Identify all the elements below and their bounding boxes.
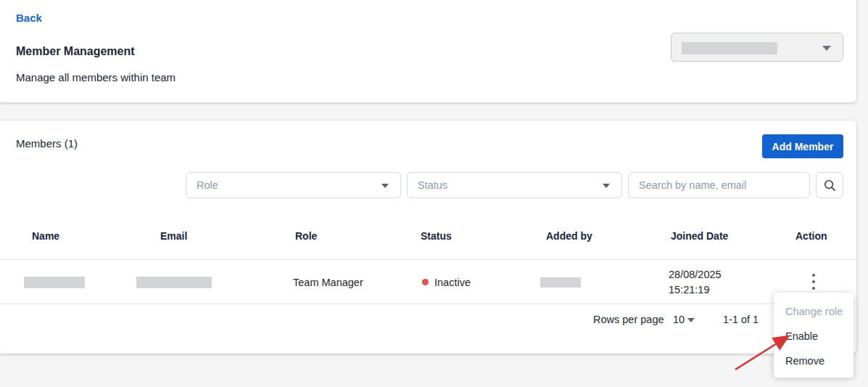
team-select-redacted-value	[682, 42, 777, 54]
menu-item-enable[interactable]: Enable	[785, 330, 818, 342]
search-input[interactable]	[639, 179, 799, 191]
page-header-card: Back Member Management Manage all member…	[0, 0, 856, 102]
chevron-down-icon	[822, 46, 831, 51]
member-joined-date: 28/08/2025	[669, 269, 722, 280]
filter-row: Role Status	[0, 172, 856, 198]
column-header-email: Email	[160, 230, 187, 242]
row-action-menu: Change role Enable Remove	[774, 293, 853, 378]
pagination-bar: Rows per page 10 1-1 of 1	[0, 314, 856, 330]
role-filter-select[interactable]: Role	[186, 172, 401, 198]
pagination-range-label: 1-1 of 1	[723, 314, 759, 325]
members-count-title: Members (1)	[16, 137, 78, 150]
search-icon	[823, 179, 837, 192]
chevron-down-icon	[603, 184, 610, 188]
search-button[interactable]	[816, 172, 843, 198]
add-member-button[interactable]: Add Member	[762, 134, 843, 158]
chevron-down-icon[interactable]	[687, 318, 695, 322]
chevron-down-icon	[381, 184, 389, 188]
column-header-role: Role	[295, 230, 317, 242]
menu-item-change-role: Change role	[785, 306, 843, 317]
table-header-row: Name Email Role Status Added by Joined D…	[0, 230, 856, 240]
member-name-redacted	[24, 277, 85, 288]
search-field-container	[628, 172, 810, 198]
member-added-by-redacted	[540, 277, 581, 288]
status-filter-select[interactable]: Status	[407, 172, 622, 198]
menu-item-remove[interactable]: Remove	[785, 355, 824, 367]
member-status: Inactive	[434, 277, 471, 288]
rows-per-page-value[interactable]: 10	[673, 314, 685, 325]
member-joined-time: 15:21:19	[669, 284, 709, 296]
back-link[interactable]: Back	[16, 12, 42, 24]
member-role: Team Manager	[293, 277, 363, 288]
team-select[interactable]	[671, 33, 843, 62]
role-filter-placeholder: Role	[197, 179, 218, 191]
column-header-status: Status	[421, 230, 452, 242]
column-header-name: Name	[32, 230, 59, 242]
members-card: Members (1) Add Member Role Status Name …	[0, 121, 856, 354]
status-inactive-dot-icon	[422, 279, 429, 285]
page-title: Member Management	[16, 45, 135, 58]
rows-per-page-label: Rows per page	[593, 314, 664, 325]
page-subtitle: Manage all members within team	[16, 71, 175, 83]
column-header-joined-date: Joined Date	[671, 230, 728, 242]
column-header-added-by: Added by	[546, 230, 592, 242]
column-header-action: Action	[795, 230, 827, 242]
member-email-redacted	[136, 277, 212, 288]
status-filter-placeholder: Status	[418, 179, 447, 191]
table-row: Team Manager Inactive 28/08/2025 15:21:1…	[0, 259, 856, 304]
